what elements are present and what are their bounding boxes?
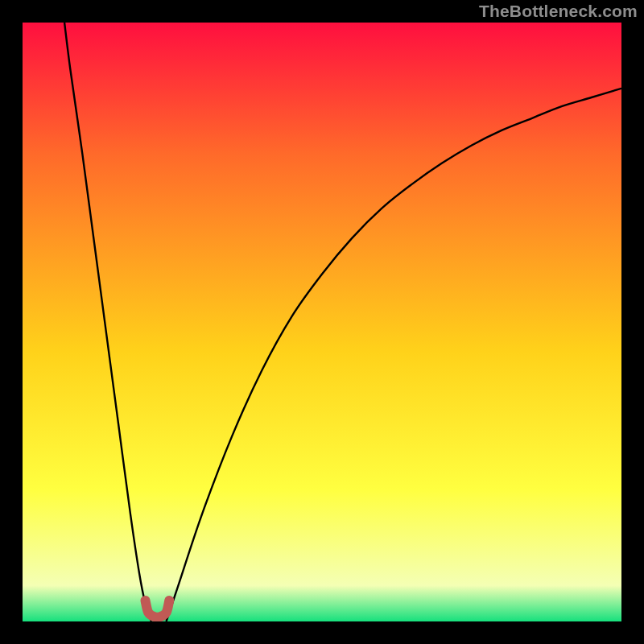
gradient-background — [23, 23, 621, 621]
bottleneck-chart — [23, 23, 621, 621]
watermark-text: TheBottleneck.com — [479, 2, 638, 21]
outer-frame: TheBottleneck.com — [0, 0, 644, 644]
